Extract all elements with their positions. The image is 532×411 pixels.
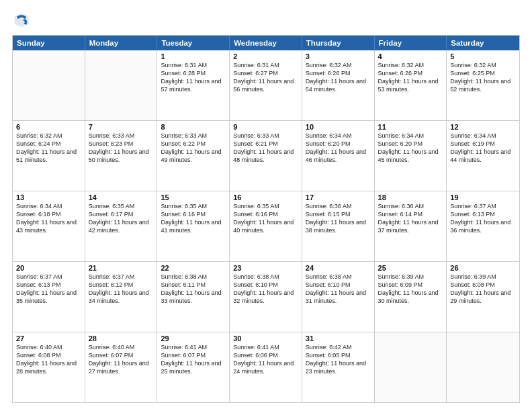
day-info: Sunrise: 6:37 AMSunset: 6:13 PMDaylight:… <box>16 273 81 306</box>
cal-cell: 4Sunrise: 6:32 AMSunset: 6:26 PMDaylight… <box>375 50 447 120</box>
cal-cell: 7Sunrise: 6:33 AMSunset: 6:23 PMDaylight… <box>85 121 158 191</box>
day-info: Sunrise: 6:34 AMSunset: 6:20 PMDaylight:… <box>306 132 371 165</box>
cal-cell: 14Sunrise: 6:35 AMSunset: 6:17 PMDayligh… <box>85 191 158 261</box>
day-number: 26 <box>450 264 516 272</box>
cal-cell <box>13 50 85 120</box>
header-day-sunday: Sunday <box>13 36 85 50</box>
logo <box>12 11 34 30</box>
cal-cell: 24Sunrise: 6:38 AMSunset: 6:10 PMDayligh… <box>302 262 375 332</box>
header-day-tuesday: Tuesday <box>157 36 230 50</box>
day-info: Sunrise: 6:38 AMSunset: 6:10 PMDaylight:… <box>233 273 298 306</box>
cal-cell: 5Sunrise: 6:32 AMSunset: 6:25 PMDaylight… <box>447 50 519 120</box>
day-info: Sunrise: 6:32 AMSunset: 6:26 PMDaylight:… <box>306 61 371 94</box>
day-number: 13 <box>16 193 81 201</box>
cal-cell: 29Sunrise: 6:41 AMSunset: 6:07 PMDayligh… <box>157 332 230 402</box>
cal-cell: 3Sunrise: 6:32 AMSunset: 6:26 PMDaylight… <box>302 50 375 120</box>
cal-cell: 25Sunrise: 6:39 AMSunset: 6:09 PMDayligh… <box>375 262 447 332</box>
day-info: Sunrise: 6:39 AMSunset: 6:09 PMDaylight:… <box>378 273 443 306</box>
day-info: Sunrise: 6:34 AMSunset: 6:20 PMDaylight:… <box>378 132 443 165</box>
cal-cell <box>447 332 519 402</box>
day-info: Sunrise: 6:31 AMSunset: 6:28 PMDaylight:… <box>161 61 226 94</box>
day-number: 6 <box>16 123 81 131</box>
day-number: 1 <box>161 52 226 60</box>
day-number: 25 <box>378 264 443 272</box>
day-info: Sunrise: 6:41 AMSunset: 6:07 PMDaylight:… <box>161 343 226 376</box>
day-info: Sunrise: 6:35 AMSunset: 6:16 PMDaylight:… <box>161 202 226 235</box>
day-info: Sunrise: 6:37 AMSunset: 6:13 PMDaylight:… <box>450 202 516 235</box>
cal-cell: 28Sunrise: 6:40 AMSunset: 6:07 PMDayligh… <box>85 332 158 402</box>
day-number: 19 <box>450 193 516 201</box>
day-info: Sunrise: 6:34 AMSunset: 6:19 PMDaylight:… <box>450 132 516 165</box>
cal-cell: 19Sunrise: 6:37 AMSunset: 6:13 PMDayligh… <box>447 191 519 261</box>
day-number: 11 <box>378 123 443 131</box>
day-number: 10 <box>306 123 371 131</box>
day-number: 4 <box>378 52 443 60</box>
day-number: 2 <box>233 52 298 60</box>
day-info: Sunrise: 6:41 AMSunset: 6:06 PMDaylight:… <box>233 343 298 376</box>
cal-cell: 23Sunrise: 6:38 AMSunset: 6:10 PMDayligh… <box>230 262 302 332</box>
header-day-saturday: Saturday <box>447 36 519 50</box>
day-number: 31 <box>306 334 371 342</box>
day-info: Sunrise: 6:42 AMSunset: 6:05 PMDaylight:… <box>306 343 371 376</box>
cal-cell: 17Sunrise: 6:36 AMSunset: 6:15 PMDayligh… <box>302 191 375 261</box>
calendar-header: SundayMondayTuesdayWednesdayThursdayFrid… <box>13 36 519 50</box>
week-row-1: 6Sunrise: 6:32 AMSunset: 6:24 PMDaylight… <box>13 121 519 191</box>
day-number: 22 <box>161 264 226 272</box>
day-number: 16 <box>233 193 298 201</box>
cal-cell: 21Sunrise: 6:37 AMSunset: 6:12 PMDayligh… <box>85 262 158 332</box>
cal-cell: 27Sunrise: 6:40 AMSunset: 6:08 PMDayligh… <box>13 332 85 402</box>
day-info: Sunrise: 6:37 AMSunset: 6:12 PMDaylight:… <box>89 273 154 306</box>
day-number: 5 <box>450 52 516 60</box>
cal-cell: 1Sunrise: 6:31 AMSunset: 6:28 PMDaylight… <box>157 50 230 120</box>
day-info: Sunrise: 6:36 AMSunset: 6:14 PMDaylight:… <box>378 202 443 235</box>
day-info: Sunrise: 6:31 AMSunset: 6:27 PMDaylight:… <box>233 61 298 94</box>
cal-cell: 20Sunrise: 6:37 AMSunset: 6:13 PMDayligh… <box>13 262 85 332</box>
day-info: Sunrise: 6:33 AMSunset: 6:23 PMDaylight:… <box>89 132 154 165</box>
day-number: 20 <box>16 264 81 272</box>
day-number: 17 <box>306 193 371 201</box>
day-number: 14 <box>89 193 154 201</box>
cal-cell: 16Sunrise: 6:35 AMSunset: 6:16 PMDayligh… <box>230 191 302 261</box>
day-number: 15 <box>161 193 226 201</box>
cal-cell: 11Sunrise: 6:34 AMSunset: 6:20 PMDayligh… <box>375 121 447 191</box>
day-info: Sunrise: 6:40 AMSunset: 6:08 PMDaylight:… <box>16 343 81 376</box>
cal-cell: 26Sunrise: 6:39 AMSunset: 6:08 PMDayligh… <box>447 262 519 332</box>
day-info: Sunrise: 6:38 AMSunset: 6:11 PMDaylight:… <box>161 273 226 306</box>
day-info: Sunrise: 6:33 AMSunset: 6:22 PMDaylight:… <box>161 132 226 165</box>
cal-cell: 13Sunrise: 6:34 AMSunset: 6:18 PMDayligh… <box>13 191 85 261</box>
cal-cell: 30Sunrise: 6:41 AMSunset: 6:06 PMDayligh… <box>230 332 302 402</box>
cal-cell: 15Sunrise: 6:35 AMSunset: 6:16 PMDayligh… <box>157 191 230 261</box>
day-number: 21 <box>89 264 154 272</box>
cal-cell: 22Sunrise: 6:38 AMSunset: 6:11 PMDayligh… <box>157 262 230 332</box>
day-info: Sunrise: 6:40 AMSunset: 6:07 PMDaylight:… <box>89 343 154 376</box>
week-row-4: 27Sunrise: 6:40 AMSunset: 6:08 PMDayligh… <box>13 332 519 402</box>
day-info: Sunrise: 6:32 AMSunset: 6:26 PMDaylight:… <box>378 61 443 94</box>
day-info: Sunrise: 6:38 AMSunset: 6:10 PMDaylight:… <box>306 273 371 306</box>
day-number: 28 <box>89 334 154 342</box>
week-row-0: 1Sunrise: 6:31 AMSunset: 6:28 PMDaylight… <box>13 50 519 121</box>
day-number: 30 <box>233 334 298 342</box>
cal-cell <box>375 332 447 402</box>
cal-cell: 6Sunrise: 6:32 AMSunset: 6:24 PMDaylight… <box>13 121 85 191</box>
calendar: SundayMondayTuesdayWednesdayThursdayFrid… <box>12 35 520 403</box>
header <box>12 11 520 30</box>
day-info: Sunrise: 6:32 AMSunset: 6:24 PMDaylight:… <box>16 132 81 165</box>
cal-cell: 9Sunrise: 6:33 AMSunset: 6:21 PMDaylight… <box>230 121 302 191</box>
day-info: Sunrise: 6:34 AMSunset: 6:18 PMDaylight:… <box>16 202 81 235</box>
day-info: Sunrise: 6:33 AMSunset: 6:21 PMDaylight:… <box>233 132 298 165</box>
cal-cell: 2Sunrise: 6:31 AMSunset: 6:27 PMDaylight… <box>230 50 302 120</box>
day-number: 29 <box>161 334 226 342</box>
header-day-wednesday: Wednesday <box>230 36 302 50</box>
day-info: Sunrise: 6:32 AMSunset: 6:25 PMDaylight:… <box>450 61 516 94</box>
day-number: 7 <box>89 123 154 131</box>
week-row-3: 20Sunrise: 6:37 AMSunset: 6:13 PMDayligh… <box>13 262 519 332</box>
page: SundayMondayTuesdayWednesdayThursdayFrid… <box>0 0 532 411</box>
header-day-thursday: Thursday <box>302 36 375 50</box>
day-number: 9 <box>233 123 298 131</box>
cal-cell: 31Sunrise: 6:42 AMSunset: 6:05 PMDayligh… <box>302 332 375 402</box>
day-number: 18 <box>378 193 443 201</box>
logo-icon <box>12 11 31 30</box>
day-number: 8 <box>161 123 226 131</box>
cal-cell: 8Sunrise: 6:33 AMSunset: 6:22 PMDaylight… <box>157 121 230 191</box>
header-day-friday: Friday <box>375 36 447 50</box>
